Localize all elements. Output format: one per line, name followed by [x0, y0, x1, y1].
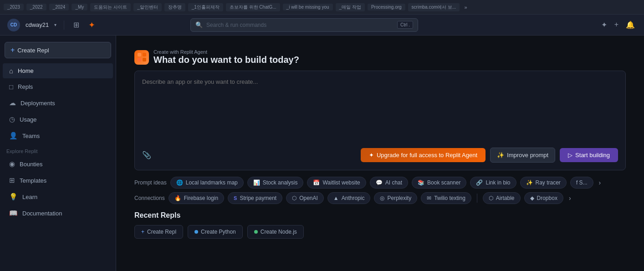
chip-twilio[interactable]: ✉ Twilio texting	[421, 192, 471, 204]
start-building-button[interactable]: ▷ Start building	[560, 148, 618, 162]
browser-tab[interactable]: 장추명	[164, 3, 185, 11]
main-content: Create with Replit Agent What do you wan…	[116, 36, 644, 271]
sidebar-item-label: Deployments	[20, 100, 55, 107]
chip-label: Waitlist website	[322, 179, 360, 186]
link-icon: 🔗	[476, 179, 483, 186]
btn-label: Create Node.js	[261, 229, 297, 235]
clock-icon: ◷	[9, 115, 15, 123]
browser-tab[interactable]: scrimba.com에서 보...	[408, 3, 460, 11]
chip-label: Link in bio	[486, 179, 510, 186]
add-icon[interactable]: +	[613, 19, 620, 31]
star-icon: ✦	[369, 152, 374, 159]
chip-label: Twilio texting	[434, 195, 465, 201]
plus-icon: +	[141, 229, 144, 235]
search-bar[interactable]: 🔍 Search & run commands Ctrl .	[190, 18, 418, 32]
prompt-actions: 📎 ✦ Upgrade for full access to Replit Ag…	[142, 148, 618, 163]
sidebar-item-repls[interactable]: □ Repls	[3, 79, 113, 94]
chip-firebase[interactable]: 🔥 Firebase login	[169, 192, 224, 204]
sidebar-item-documentation[interactable]: 📖 Documentation	[3, 205, 113, 221]
chip-more-ideas[interactable]: f S...	[570, 177, 593, 189]
chip-link-in-bio[interactable]: 🔗 Link in bio	[470, 177, 516, 189]
sparkle-icon: ✨	[497, 152, 504, 159]
chevron-down-icon[interactable]: ▾	[54, 22, 56, 27]
browser-tab[interactable]: _My	[72, 4, 87, 10]
stripe-icon: S	[234, 195, 237, 201]
browser-tab[interactable]: _2023	[4, 4, 24, 10]
chip-local-landmarks[interactable]: 🌐 Local landmarks map	[170, 177, 244, 189]
browser-tab[interactable]: _i will be missing you	[283, 4, 333, 10]
browser-tab[interactable]: Processing.org	[368, 4, 405, 10]
connections-more-icon[interactable]: ›	[567, 193, 573, 204]
sidebar-item-label: Learn	[22, 194, 37, 200]
header-actions: ✦ + 🔔	[599, 19, 637, 31]
chip-label: Anthropic	[342, 195, 365, 201]
sidebar-item-home[interactable]: ⌂ Home	[3, 63, 113, 78]
agent-subtitle: Create with Replit Agent	[153, 49, 299, 55]
agent-logo	[134, 50, 149, 65]
upgrade-label: Upgrade for full access to Replit Agent	[377, 152, 477, 159]
sidebar-item-bounties[interactable]: ◉ Bounties	[3, 156, 113, 172]
chip-ray-tracer[interactable]: ✨ Ray tracer	[520, 177, 567, 189]
chart-icon: 📊	[253, 179, 260, 186]
chip-book-scanner[interactable]: 📚 Book scanner	[412, 177, 466, 189]
user-badge[interactable]: CD	[7, 19, 20, 31]
create-repl-button[interactable]: + Create Repl	[5, 42, 111, 58]
sidebar-item-learn[interactable]: 💡 Learn	[3, 189, 113, 205]
plus-icon: +	[10, 46, 15, 54]
search-icon: 🔍	[195, 21, 203, 28]
layout-icon[interactable]: ⊞	[72, 19, 81, 31]
improve-label: Improve prompt	[507, 152, 548, 159]
browser-tab[interactable]: 도움되는 사이트	[90, 3, 131, 11]
sparkle-icon[interactable]: ✦	[599, 19, 609, 31]
create-repl-label: Create Repl	[17, 47, 49, 54]
chips-more-icon[interactable]: ›	[597, 177, 603, 188]
chip-label: Stock analysis	[263, 179, 298, 186]
browser-tab[interactable]: _1인홀피제작	[188, 3, 223, 11]
sidebar-item-usage[interactable]: ◷ Usage	[3, 112, 113, 127]
browser-tab[interactable]: _알인벤터	[133, 3, 162, 11]
sidebar-item-templates[interactable]: ⊞ Templates	[3, 173, 113, 188]
sidebar-item-teams[interactable]: 👤 Teams	[3, 128, 113, 143]
browser-tab[interactable]: _매일 작업	[336, 3, 365, 11]
app-header: CD cdway21 ▾ ⊞ ✦ 🔍 Search & run commands…	[0, 15, 644, 36]
search-shortcut: Ctrl .	[397, 21, 413, 29]
create-nodejs-btn[interactable]: Create Node.js	[247, 225, 304, 239]
chat-icon: 💬	[376, 179, 383, 186]
browser-tab[interactable]: _2024	[49, 4, 69, 10]
agent-title-group: Create with Replit Agent What do you wan…	[153, 49, 299, 65]
chip-label: Perplexity	[387, 195, 411, 201]
dropbox-icon: ◆	[530, 195, 534, 201]
chip-ai-chat[interactable]: 💬 AI chat	[370, 177, 408, 189]
chip-waitlist[interactable]: 📅 Waitlist website	[307, 177, 366, 189]
sidebar-item-label: Home	[18, 67, 34, 74]
chip-perplexity[interactable]: ◎ Perplexity	[374, 192, 417, 204]
connections-label: Connections	[134, 195, 165, 201]
improve-prompt-button[interactable]: ✨ Improve prompt	[490, 148, 555, 163]
nodejs-dot	[254, 230, 258, 234]
sidebar-item-deployments[interactable]: ☁ Deployments	[3, 95, 113, 111]
prompt-textarea[interactable]	[142, 78, 618, 142]
notification-icon[interactable]: 🔔	[624, 19, 637, 31]
create-repl-recent-btn[interactable]: + Create Repl	[134, 225, 183, 239]
chip-stock-analysis[interactable]: 📊 Stock analysis	[247, 177, 304, 189]
chip-stripe[interactable]: S Stripe payment	[228, 192, 282, 204]
create-python-btn[interactable]: Create Python	[188, 225, 243, 239]
sparkle-icon: ✨	[526, 179, 533, 186]
attach-icon[interactable]: 📎	[142, 151, 151, 159]
chip-label: f S...	[576, 179, 588, 186]
explore-section-label: Explore Replit	[0, 144, 116, 156]
chip-anthropic[interactable]: ▲ Anthropic	[327, 192, 371, 204]
chip-label: AI chat	[385, 179, 402, 186]
more-tabs-btn[interactable]: »	[464, 5, 467, 10]
upgrade-button[interactable]: ✦ Upgrade for full access to Replit Agen…	[361, 148, 486, 162]
openai-icon: ⬡	[292, 195, 296, 201]
bulb-icon: 💡	[9, 193, 18, 201]
browser-tab[interactable]: _2022	[26, 4, 46, 10]
chip-dropbox[interactable]: ◆ Dropbox	[524, 192, 563, 204]
perplexity-icon: ◎	[380, 195, 384, 201]
chip-openai[interactable]: ⬡ OpenAI	[286, 192, 324, 204]
prompt-ideas-row: Prompt ideas 🌐 Local landmarks map 📊 Sto…	[134, 177, 626, 189]
chip-airtable[interactable]: ⬡ Airtable	[483, 192, 521, 204]
prompt-ideas-label: Prompt ideas	[134, 179, 167, 186]
browser-tab[interactable]: 초보자를 위한 ChatG...	[226, 3, 280, 11]
